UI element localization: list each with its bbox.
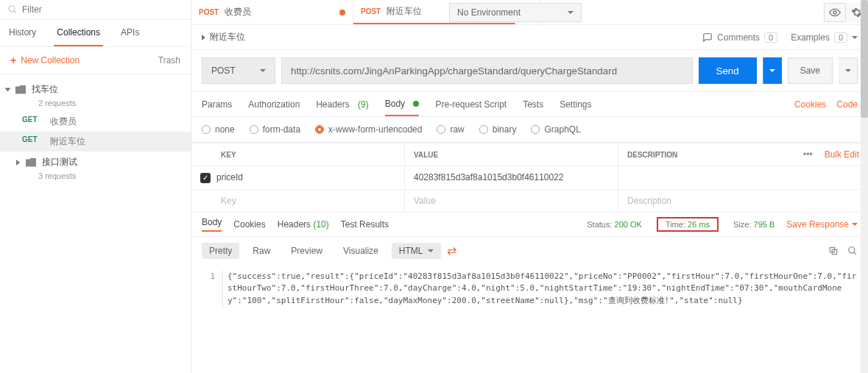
copy-button[interactable]	[828, 246, 839, 256]
trash-link[interactable]: Trash	[158, 55, 180, 65]
caret-down-icon	[852, 223, 858, 226]
collection-row[interactable]: 接口测试	[0, 152, 191, 173]
bodytype-xwww[interactable]: x-www-form-urlencoded	[315, 124, 422, 135]
cookies-link[interactable]: Cookies	[794, 99, 826, 110]
status-info: Status: 200 OK	[587, 220, 642, 229]
col-key: KEY	[221, 151, 236, 159]
resp-tab-testresults[interactable]: Test Results	[341, 219, 389, 230]
search-icon	[847, 246, 858, 256]
tab-authorization[interactable]: Authorization	[248, 92, 300, 116]
eye-icon	[829, 7, 841, 18]
folder-icon	[26, 158, 36, 167]
copy-icon	[828, 246, 839, 256]
send-button[interactable]: Send	[699, 57, 757, 84]
caret-down-icon	[5, 88, 11, 91]
fmt-pretty[interactable]: Pretty	[202, 243, 239, 259]
url-input[interactable]	[281, 57, 693, 84]
time-info: Time: 26 ms	[657, 217, 719, 232]
bodytype-none[interactable]: none	[202, 124, 235, 135]
comment-icon	[702, 32, 713, 43]
svg-point-0	[9, 6, 15, 12]
param-row-new[interactable]: Key Value Description	[191, 189, 868, 212]
resp-tab-body[interactable]: Body	[202, 217, 222, 232]
comments-button[interactable]: Comments 0	[702, 32, 777, 43]
collection-row[interactable]: 找车位	[0, 79, 191, 100]
line-number: 1	[202, 271, 215, 308]
sidebar-tab-history[interactable]: History	[6, 20, 39, 46]
bodytype-binary[interactable]: binary	[479, 124, 517, 135]
tab-settings[interactable]: Settings	[560, 92, 591, 116]
tab-tests[interactable]: Tests	[523, 92, 543, 116]
method-select[interactable]: POST	[202, 57, 275, 84]
folder-icon	[15, 85, 26, 94]
scrollbar-thumb[interactable]	[861, 0, 868, 118]
dirty-dot-icon	[339, 10, 345, 15]
code-link[interactable]: Code	[836, 99, 858, 110]
col-value: VALUE	[414, 151, 438, 159]
fmt-preview[interactable]: Preview	[283, 243, 330, 259]
fmt-raw[interactable]: Raw	[245, 243, 278, 259]
format-select[interactable]: HTML	[392, 243, 441, 259]
collection-subtitle: 2 requests	[0, 99, 191, 107]
resp-tab-cookies[interactable]: Cookies	[233, 219, 265, 230]
send-dropdown-button[interactable]	[763, 57, 782, 84]
save-dropdown-button[interactable]	[839, 57, 858, 84]
svg-line-6	[854, 252, 856, 254]
col-desc: DESCRIPTION	[627, 151, 677, 159]
collection-subtitle: 3 requests	[0, 171, 191, 180]
tab-body[interactable]: Body	[385, 92, 420, 116]
tab-prerequest[interactable]: Pre-request Script	[435, 92, 507, 116]
request-item[interactable]: GET 附近车位	[0, 132, 191, 152]
save-response-button[interactable]: Save Response	[786, 219, 858, 230]
save-button[interactable]: Save	[788, 57, 833, 84]
bodytype-graphql[interactable]: GraphQL	[531, 124, 580, 135]
bodytype-raw[interactable]: raw	[437, 124, 464, 135]
fmt-visualize[interactable]: Visualize	[336, 243, 386, 259]
caret-down-icon	[428, 249, 434, 252]
environment-select[interactable]: No Environment	[449, 3, 582, 22]
env-quicklook-button[interactable]	[824, 3, 846, 22]
resp-tab-headers[interactable]: Headers (10)	[278, 219, 329, 230]
sidebar-tab-collections[interactable]: Collections	[54, 20, 103, 46]
tab-params[interactable]: Params	[202, 92, 232, 116]
new-collection-button[interactable]: +New Collection	[10, 54, 80, 66]
caret-right-icon[interactable]	[202, 35, 205, 40]
caret-down-icon	[260, 69, 266, 72]
caret-down-icon	[845, 69, 851, 72]
tab-headers[interactable]: Headers (9)	[316, 92, 368, 116]
caret-down-icon	[852, 36, 858, 39]
size-info: Size: 795 B	[733, 220, 775, 229]
checkbox-icon[interactable]: ✓	[200, 173, 211, 183]
filter-input[interactable]	[22, 4, 183, 15]
bulk-edit-link[interactable]: Bulk Edit	[825, 149, 859, 160]
wrap-button[interactable]: ⇄	[447, 244, 456, 257]
bodytype-formdata[interactable]: form-data	[250, 124, 300, 135]
svg-line-1	[14, 11, 16, 13]
body-dot-icon	[413, 101, 419, 107]
scrollbar[interactable]	[861, 0, 868, 373]
sidebar-tab-apis[interactable]: APIs	[118, 20, 142, 46]
svg-point-2	[833, 11, 836, 14]
search-response-button[interactable]	[847, 246, 858, 256]
caret-right-icon	[16, 160, 20, 166]
request-item[interactable]: GET 收费员	[0, 112, 191, 132]
breadcrumb: 附近车位	[210, 31, 245, 43]
caret-down-icon	[769, 69, 775, 72]
column-options-button[interactable]: •••	[803, 149, 813, 160]
search-icon	[7, 4, 18, 15]
param-row[interactable]: ✓priceId 40283f815d3af8a1015d3b0f4611002…	[191, 166, 868, 189]
request-tab[interactable]: POST 收费员	[191, 0, 353, 24]
svg-point-5	[849, 246, 855, 252]
response-body[interactable]: 1 {"success":true,"result":{"priceId":"4…	[191, 265, 868, 313]
examples-button[interactable]: Examples 0	[791, 32, 858, 43]
response-json: {"success":true,"result":{"priceId":"402…	[222, 271, 858, 308]
caret-down-icon	[568, 11, 574, 14]
